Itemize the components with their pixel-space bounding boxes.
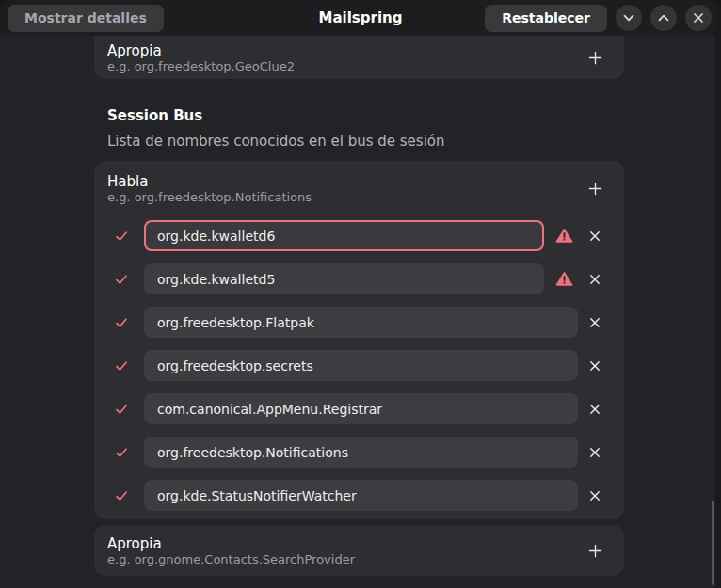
bus-name-input[interactable] (144, 307, 578, 338)
enabled-check-button[interactable] (107, 222, 136, 250)
card-heading: Apropia e.g. org.gnome.Contacts.SearchPr… (107, 535, 355, 566)
check-icon (114, 402, 129, 417)
bus-name-row (107, 437, 609, 468)
remove-entry-button[interactable] (581, 438, 609, 467)
header-actions: Restablecer (485, 5, 712, 32)
bus-name-row (107, 480, 609, 511)
check-icon (114, 229, 129, 244)
chevron-down-icon (620, 9, 637, 26)
plus-icon (587, 543, 603, 559)
enabled-check-button[interactable] (107, 265, 136, 294)
bus-name-input[interactable] (144, 350, 578, 381)
bus-name-input[interactable] (144, 437, 578, 468)
close-icon (588, 273, 601, 286)
warning-icon (550, 228, 578, 244)
bus-name-input[interactable] (144, 220, 544, 251)
card-title: Habla (107, 173, 312, 190)
check-icon (114, 488, 129, 503)
remove-entry-button[interactable] (581, 309, 609, 337)
enabled-check-button[interactable] (107, 438, 136, 467)
close-window-button[interactable] (685, 5, 712, 31)
add-own-name-button[interactable] (579, 41, 611, 73)
card-heading: Habla e.g. org.freedesktop.Notifications (107, 173, 312, 204)
talk-names-card: Habla e.g. org.freedesktop.Notifications (94, 161, 624, 519)
bus-name-row (107, 393, 609, 424)
close-icon (692, 11, 705, 24)
bus-name-row (107, 350, 609, 381)
check-icon (114, 315, 129, 330)
own-names-card-top: Apropia e.g. org.freedesktop.GeoClue2 (94, 36, 624, 79)
bus-name-input[interactable] (144, 480, 578, 511)
bus-name-row (107, 220, 609, 251)
scroll-down-button[interactable] (616, 5, 642, 31)
bus-name-input[interactable] (144, 263, 544, 294)
warning-icon (550, 271, 578, 287)
section-subtitle: Lista de nombres conocidos en el bus de … (107, 133, 624, 150)
remove-entry-button[interactable] (581, 482, 609, 510)
remove-entry-button[interactable] (581, 265, 609, 294)
card-title: Apropia (107, 535, 355, 552)
section-title: Session Bus (107, 107, 624, 124)
close-icon (588, 403, 601, 416)
close-icon (588, 316, 601, 329)
card-heading: Apropia e.g. org.freedesktop.GeoClue2 (107, 42, 295, 73)
scroll-up-button[interactable] (650, 5, 677, 31)
add-own-name-button[interactable] (579, 534, 611, 566)
card-subtitle: e.g. org.freedesktop.GeoClue2 (107, 59, 295, 73)
close-icon (588, 359, 601, 373)
plus-icon (587, 50, 603, 66)
close-icon (588, 489, 601, 502)
remove-entry-button[interactable] (581, 222, 609, 250)
bus-name-row (107, 263, 609, 294)
remove-entry-button[interactable] (581, 395, 609, 423)
own-names-card-bottom: Apropia e.g. org.gnome.Contacts.SearchPr… (94, 525, 624, 576)
enabled-check-button[interactable] (107, 482, 136, 510)
close-icon (588, 230, 601, 243)
enabled-check-button[interactable] (107, 309, 136, 337)
card-subtitle: e.g. org.freedesktop.Notifications (107, 190, 312, 204)
remove-entry-button[interactable] (581, 352, 609, 380)
card-subtitle: e.g. org.gnome.Contacts.SearchProvider (107, 552, 355, 566)
check-icon (114, 272, 129, 287)
card-title: Apropia (107, 42, 295, 59)
entry-list (94, 212, 624, 519)
check-icon (114, 358, 129, 373)
app-window: Mostrar detalles Mailspring Restablecer … (0, 0, 721, 588)
reset-button[interactable]: Restablecer (485, 5, 607, 32)
show-details-button[interactable]: Mostrar detalles (8, 5, 164, 32)
close-icon (588, 446, 601, 459)
check-icon (114, 445, 129, 460)
add-talk-name-button[interactable] (579, 172, 611, 204)
bus-name-input[interactable] (144, 393, 578, 424)
plus-icon (587, 181, 603, 197)
enabled-check-button[interactable] (107, 395, 136, 423)
chevron-up-icon (655, 9, 672, 26)
permissions-panel: Apropia e.g. org.freedesktop.GeoClue2 Se… (0, 36, 624, 576)
bus-name-row (107, 307, 609, 338)
headerbar: Mostrar detalles Mailspring Restablecer (0, 0, 721, 36)
window-edge (715, 0, 721, 588)
scrollbar-thumb[interactable] (712, 501, 714, 585)
enabled-check-button[interactable] (107, 352, 136, 380)
